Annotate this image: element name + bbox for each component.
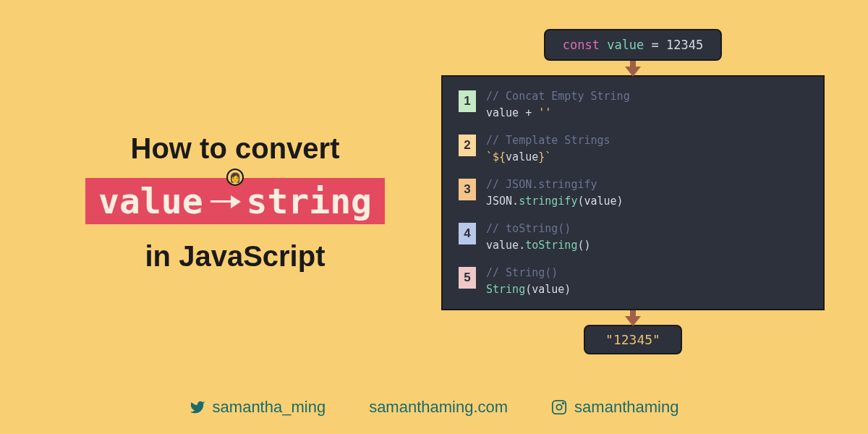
method-code: // JSON.stringifyJSON.stringify(value) xyxy=(486,176,624,209)
method-code: // toString()value.toString() xyxy=(486,221,591,253)
method-row: 3// JSON.stringifyJSON.stringify(value) xyxy=(459,176,807,209)
method-number-badge: 2 xyxy=(459,135,476,156)
twitter-link[interactable]: samantha_ming xyxy=(190,398,326,417)
method-expression: value + '' xyxy=(486,105,630,122)
method-row: 4// toString()value.toString() xyxy=(459,221,807,253)
method-number-badge: 3 xyxy=(459,179,476,200)
badge-to: string xyxy=(247,181,372,221)
equals-sign: = xyxy=(652,38,659,52)
code-diagram: const value = 12345 1// Concat Empty Str… xyxy=(441,29,825,376)
svg-point-1 xyxy=(556,404,561,409)
method-number-badge: 5 xyxy=(459,267,476,289)
twitter-icon xyxy=(190,399,205,415)
number-literal: 12345 xyxy=(666,38,703,52)
avatar-icon: 👩 xyxy=(226,169,244,186)
method-code: // Template Strings`${value}` xyxy=(486,132,610,165)
title-line-2: in JavaScript xyxy=(145,240,325,273)
variable-name: value xyxy=(607,38,644,52)
method-expression: String(value) xyxy=(486,281,571,298)
badge-from: value xyxy=(98,181,203,221)
method-code: // Concat Empty Stringvalue + '' xyxy=(486,88,630,121)
title-line-1: How to convert xyxy=(131,132,340,165)
website-url: samanthaming.com xyxy=(369,398,508,417)
footer: samantha_ming samanthaming.com samantham… xyxy=(0,398,868,417)
arrow-down-icon xyxy=(625,67,641,77)
instagram-icon xyxy=(551,399,567,415)
method-comment: // Concat Empty String xyxy=(486,88,630,105)
output-value: "12345" xyxy=(605,332,660,347)
method-number-badge: 1 xyxy=(459,90,476,112)
instagram-handle: samanthaming xyxy=(574,398,678,417)
method-comment: // Template Strings xyxy=(486,132,610,149)
method-code: // String()String(value) xyxy=(486,265,571,297)
method-row: 5// String()String(value) xyxy=(459,265,807,297)
twitter-handle: samantha_ming xyxy=(213,398,326,417)
method-expression: JSON.stringify(value) xyxy=(486,193,624,210)
method-comment: // toString() xyxy=(486,221,591,237)
method-expression: value.toString() xyxy=(486,237,591,254)
instagram-link[interactable]: samanthaming xyxy=(551,398,678,417)
website-link[interactable]: samanthaming.com xyxy=(369,398,508,417)
declaration-pill: const value = 12345 xyxy=(544,29,723,61)
method-expression: `${value}` xyxy=(486,149,610,166)
title-section: How to convert 👩 value string in JavaScr… xyxy=(43,29,441,376)
method-comment: // JSON.stringify xyxy=(486,176,624,193)
methods-block: 1// Concat Empty Stringvalue + ''2// Tem… xyxy=(441,75,825,310)
arrow-right-icon xyxy=(210,200,239,203)
method-number-badge: 4 xyxy=(459,223,476,244)
method-row: 1// Concat Empty Stringvalue + '' xyxy=(459,88,807,121)
method-comment: // String() xyxy=(486,265,571,281)
method-row: 2// Template Strings`${value}` xyxy=(459,132,807,165)
output-pill: "12345" xyxy=(584,325,682,354)
keyword-const: const xyxy=(563,38,600,52)
arrow-down-icon xyxy=(625,316,641,326)
svg-point-2 xyxy=(563,403,564,404)
conversion-badge: 👩 value string xyxy=(85,178,385,224)
